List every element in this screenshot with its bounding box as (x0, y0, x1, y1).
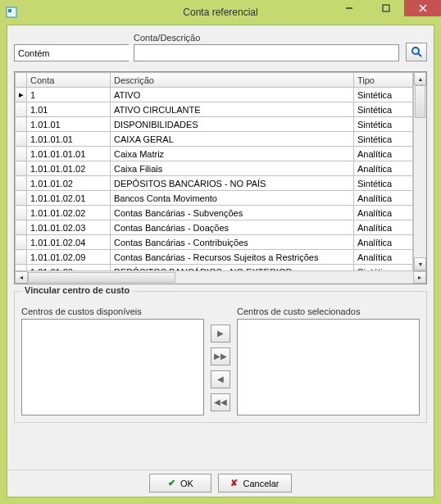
selected-listbox[interactable] (237, 319, 420, 415)
cell-conta[interactable]: 1.01.01.02.09 (27, 250, 111, 265)
move-right-button[interactable]: ▶ (211, 325, 230, 343)
move-left-button[interactable]: ◀ (211, 370, 230, 388)
cancel-button[interactable]: ✘ Cancelar (218, 474, 291, 493)
move-all-right-button[interactable]: ▶▶ (211, 347, 230, 366)
ok-button[interactable]: ✔ OK (149, 474, 211, 493)
available-listbox[interactable] (21, 319, 204, 415)
cell-tipo[interactable]: Sintética (354, 265, 413, 271)
cell-conta[interactable]: 1.01.01.01.01 (27, 147, 111, 161)
cost-center-title: Vincular centro de custo (21, 285, 133, 295)
grid-header-row: Conta Descrição Tipo (16, 73, 413, 88)
window: Conta referencial ▼ (0, 0, 441, 504)
table-row[interactable]: 1.01.01.01.02Caixa FiliaisAnalítica (16, 161, 413, 176)
cell-descricao[interactable]: Bancos Conta Movimento (111, 191, 354, 206)
table-row[interactable]: 1.01.01.02.09Contas Bancárias - Recursos… (16, 250, 413, 265)
cell-descricao[interactable]: ATIVO CIRCULANTE (111, 102, 354, 117)
table-row[interactable]: ▸1ATIVOSintética (16, 88, 413, 102)
col-header-descricao[interactable]: Descrição (111, 73, 354, 88)
table-row[interactable]: 1.01.01.02.02Contas Bancárias - Subvençõ… (16, 206, 413, 220)
cell-descricao[interactable]: DEPÓSITOS BANCÁRIOS - NO PAÍS (111, 176, 354, 191)
table-row[interactable]: 1.01.01DISPONIBILIDADESSintética (16, 117, 413, 132)
table-row[interactable]: 1.01.01.02.01Bancos Conta MovimentoAnalí… (16, 191, 413, 206)
cell-descricao[interactable]: DEPÓSITOS BANCÁRIOS - NO EXTERIOR (111, 265, 354, 271)
cell-tipo[interactable]: Analítica (354, 191, 413, 206)
match-mode-combo[interactable]: ▼ (14, 44, 129, 61)
row-indicator (16, 161, 27, 176)
cell-tipo[interactable]: Sintética (354, 176, 413, 191)
cell-descricao[interactable]: Caixa Matriz (111, 147, 354, 161)
cell-tipo[interactable]: Analítica (354, 206, 413, 220)
row-indicator (16, 191, 27, 206)
minimize-button[interactable] (330, 0, 367, 16)
search-button[interactable] (406, 43, 427, 61)
cell-tipo[interactable]: Sintética (354, 117, 413, 132)
accounts-grid[interactable]: Conta Descrição Tipo ▸1ATIVOSintética1.0… (14, 71, 427, 284)
cell-descricao[interactable]: Contas Bancárias - Subvenções (111, 206, 354, 220)
grid-horizontal-scrollbar[interactable]: ◂ ▸ (15, 270, 426, 284)
cell-conta[interactable]: 1.01.01.02 (27, 176, 111, 191)
cell-conta[interactable]: 1.01.01.01 (27, 132, 111, 147)
table-row[interactable]: 1.01.01.02DEPÓSITOS BANCÁRIOS - NO PAÍSS… (16, 176, 413, 191)
cell-tipo[interactable]: Analítica (354, 235, 413, 250)
search-input[interactable] (134, 44, 399, 61)
grid-vertical-scrollbar[interactable]: ▴ ▾ (413, 72, 426, 270)
row-indicator (16, 265, 27, 271)
table-row[interactable]: 1.01.01.01.01Caixa MatrizAnalítica (16, 147, 413, 161)
transfer-buttons: ▶ ▶▶ ◀ ◀◀ (211, 320, 230, 415)
cell-descricao[interactable]: Caixa Filiais (111, 161, 354, 176)
cell-tipo[interactable]: Analítica (354, 147, 413, 161)
table-row[interactable]: 1.01.01.01CAIXA GERALSintética (16, 132, 413, 147)
maximize-button[interactable] (367, 0, 404, 16)
cancel-label: Cancelar (243, 479, 279, 488)
svg-rect-3 (383, 5, 389, 11)
cell-descricao[interactable]: Contas Bancárias - Doações (111, 220, 354, 235)
table-row[interactable]: 1.01.01.03DEPÓSITOS BANCÁRIOS - NO EXTER… (16, 265, 413, 271)
cell-conta[interactable]: 1.01.01.02.04 (27, 235, 111, 250)
cell-conta[interactable]: 1.01.01.01.02 (27, 161, 111, 176)
cell-tipo[interactable]: Analítica (354, 250, 413, 265)
dialog-buttons: ✔ OK ✘ Cancelar (8, 470, 433, 496)
table-row[interactable]: 1.01.01.02.04Contas Bancárias - Contribu… (16, 235, 413, 250)
search-label: Conta/Descrição (134, 33, 399, 43)
cell-conta[interactable]: 1.01.01.02.02 (27, 206, 111, 220)
cell-tipo[interactable]: Sintética (354, 102, 413, 117)
table-row[interactable]: 1.01.01.02.03Contas Bancárias - DoaçõesA… (16, 220, 413, 235)
close-button[interactable] (404, 0, 441, 16)
cell-tipo[interactable]: Sintética (354, 132, 413, 147)
scroll-thumb-horizontal[interactable] (28, 272, 175, 283)
svg-point-6 (412, 48, 419, 54)
row-indicator (16, 147, 27, 161)
window-controls (330, 0, 441, 16)
cell-tipo[interactable]: Analítica (354, 220, 413, 235)
search-pane: ▼ Conta/Descrição (7, 25, 434, 65)
cell-descricao[interactable]: ATIVO (111, 88, 354, 102)
col-header-conta[interactable]: Conta (27, 73, 111, 88)
cell-conta[interactable]: 1 (27, 88, 111, 102)
scroll-right-button[interactable]: ▸ (413, 271, 426, 284)
svg-line-7 (418, 53, 421, 57)
row-indicator (16, 220, 27, 235)
cell-conta[interactable]: 1.01 (27, 102, 111, 117)
scroll-left-button[interactable]: ◂ (15, 271, 28, 284)
cell-descricao[interactable]: CAIXA GERAL (111, 132, 354, 147)
move-all-left-button[interactable]: ◀◀ (211, 393, 230, 411)
cell-conta[interactable]: 1.01.01.02.03 (27, 220, 111, 235)
cell-conta[interactable]: 1.01.01.02.01 (27, 191, 111, 206)
cell-conta[interactable]: 1.01.01 (27, 117, 111, 132)
cell-tipo[interactable]: Analítica (354, 161, 413, 176)
row-indicator (16, 102, 27, 117)
table-row[interactable]: 1.01ATIVO CIRCULANTESintética (16, 102, 413, 117)
scroll-thumb-vertical[interactable] (415, 85, 425, 118)
cell-descricao[interactable]: Contas Bancárias - Recursos Sujeitos a R… (111, 250, 354, 265)
x-icon: ✘ (230, 478, 238, 488)
col-header-tipo[interactable]: Tipo (354, 73, 413, 88)
arrow-double-left-icon: ◀◀ (214, 397, 227, 406)
cell-descricao[interactable]: DISPONIBILIDADES (111, 117, 354, 132)
cell-descricao[interactable]: Contas Bancárias - Contribuições (111, 235, 354, 250)
match-mode-input[interactable] (15, 45, 134, 61)
row-indicator (16, 235, 27, 250)
scroll-down-button[interactable]: ▾ (414, 257, 426, 270)
cell-conta[interactable]: 1.01.01.03 (27, 265, 111, 271)
scroll-up-button[interactable]: ▴ (414, 72, 426, 85)
cell-tipo[interactable]: Sintética (354, 88, 413, 102)
